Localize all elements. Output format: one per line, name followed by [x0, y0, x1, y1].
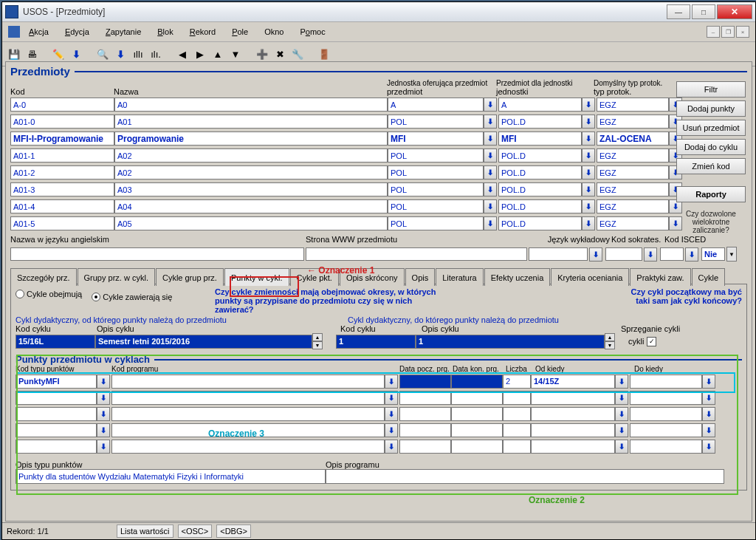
cell-jednostka[interactable]: A: [388, 98, 484, 112]
first-icon[interactable]: ◀: [175, 47, 190, 61]
nazwa-ang-input[interactable]: [10, 247, 304, 261]
save-icon[interactable]: 💾: [7, 47, 21, 61]
cell-typ[interactable]: EGZ: [597, 182, 669, 196]
print-icon[interactable]: 🖶: [24, 47, 39, 61]
up-icon[interactable]: ▲: [210, 47, 225, 61]
cell-data-kon[interactable]: [451, 391, 503, 405]
menu-rekord[interactable]: Rekord: [182, 26, 223, 38]
mdi-minimize[interactable]: –: [707, 26, 720, 38]
opis-cyklu1-value[interactable]: Semestr letni 2015/2016: [95, 335, 312, 349]
cell-jednostka[interactable]: POL: [388, 182, 484, 196]
menu-okno[interactable]: Okno: [257, 26, 291, 38]
cell-data-pocz[interactable]: [399, 423, 451, 437]
raporty-button[interactable]: Raporty: [676, 186, 746, 202]
lookup-button[interactable]: ⬇: [615, 375, 628, 389]
lookup-button[interactable]: ⬇: [97, 423, 110, 437]
cell-kod[interactable]: A01-4: [10, 199, 114, 213]
last-icon[interactable]: ▼: [228, 47, 243, 61]
cell-typ[interactable]: ZAL-OCENA: [597, 131, 669, 146]
lookup-button[interactable]: ⬇: [97, 407, 110, 421]
cell-jednostka[interactable]: POL: [388, 199, 484, 213]
menu-edycja[interactable]: Edycja: [58, 26, 97, 38]
cell-jednostka[interactable]: POL: [388, 148, 484, 163]
lookup-button[interactable]: ⬇: [702, 407, 715, 421]
www-input[interactable]: [306, 247, 527, 261]
lock-icon[interactable]: 🔧: [290, 47, 305, 61]
cell-jednostka[interactable]: MFI: [388, 131, 484, 146]
dodaj-punkty-button[interactable]: Dodaj punkty: [676, 100, 746, 117]
cell-data-pocz[interactable]: [399, 407, 451, 421]
opis-prog-value[interactable]: [326, 469, 724, 484]
next-icon[interactable]: ▶: [193, 47, 207, 61]
cell-do-kiedy[interactable]: [630, 440, 702, 454]
tab-0[interactable]: Szczegóły prz.: [10, 268, 77, 286]
menu-zapytanie[interactable]: Zapytanie: [98, 26, 148, 38]
lookup-button[interactable]: ⬇: [484, 182, 497, 196]
cell-kod-prog[interactable]: [111, 375, 385, 389]
kod-cyklu2-value[interactable]: 1: [336, 335, 416, 349]
add-icon[interactable]: ➕: [255, 47, 269, 61]
cell-kod[interactable]: A01-5: [10, 216, 114, 230]
cell-kod[interactable]: A01-3: [10, 182, 114, 196]
menu-blok[interactable]: Blok: [150, 26, 180, 38]
mdi-close[interactable]: ×: [736, 26, 749, 38]
dodaj-do-cyklu-button[interactable]: Dodaj do cyklu: [676, 139, 746, 155]
cell-liczba[interactable]: [503, 391, 531, 405]
cell-do-kiedy[interactable]: [630, 391, 702, 405]
lookup-button[interactable]: ⬇: [615, 423, 628, 437]
isced-lookup-button[interactable]: ⬇: [685, 247, 698, 262]
cell-liczba[interactable]: [503, 423, 531, 437]
tab-6[interactable]: Opis: [405, 268, 436, 286]
lookup-button[interactable]: ⬇: [484, 165, 497, 180]
jezyk-input[interactable]: [529, 247, 588, 261]
menu-akcja[interactable]: Akcja: [21, 26, 56, 38]
jezyk-lookup-button[interactable]: ⬇: [589, 247, 602, 262]
menu-pole[interactable]: Pole: [224, 26, 255, 38]
cell-nazwa[interactable]: A02: [114, 148, 388, 163]
cell-data-kon[interactable]: [451, 440, 503, 454]
cell-kod-prog[interactable]: [111, 423, 385, 437]
cell-typ[interactable]: EGZ: [597, 216, 669, 230]
cell-data-kon[interactable]: [451, 423, 503, 437]
cell-przedmiot-dla[interactable]: POL.D: [498, 148, 582, 163]
isced-input[interactable]: [660, 247, 684, 261]
lookup-button[interactable]: ⬇: [484, 98, 497, 112]
cell-liczba[interactable]: 2: [503, 375, 531, 389]
cell-kod[interactable]: A01-0: [10, 115, 114, 129]
cell-liczba[interactable]: [503, 407, 531, 421]
cell-kod-typu[interactable]: [16, 423, 97, 437]
lookup-button[interactable]: ⬇: [582, 115, 595, 129]
tab-2[interactable]: Cykle grup prz.: [156, 268, 224, 286]
filtr-button[interactable]: Filtr: [676, 81, 746, 98]
tab-5[interactable]: Opis skrócony: [340, 268, 405, 286]
cell-od-kiedy[interactable]: [531, 391, 615, 405]
lookup-button[interactable]: ⬇: [97, 440, 110, 454]
lookup-button[interactable]: ⬇: [702, 391, 715, 405]
zaliczanie-dropdown-icon[interactable]: ▼: [726, 247, 737, 262]
query-icon[interactable]: 🔍: [95, 47, 110, 61]
down2-icon[interactable]: ⬇: [113, 47, 128, 61]
tab-4[interactable]: Cykle pkt.: [290, 268, 339, 286]
lookup-button[interactable]: ⬇: [484, 148, 497, 163]
cell-typ[interactable]: EGZ: [597, 148, 669, 163]
cell-nazwa[interactable]: A01: [114, 115, 388, 129]
tab-11[interactable]: Cykle: [692, 268, 726, 286]
tab-3[interactable]: Punkty w cykl.: [224, 268, 289, 286]
lookup-button[interactable]: ⬇: [582, 165, 595, 180]
cell-kod-prog[interactable]: [111, 407, 385, 421]
cell-typ[interactable]: EGZ: [597, 199, 669, 213]
cell-data-pocz[interactable]: [399, 391, 451, 405]
zaliczanie-select[interactable]: Nie: [701, 247, 725, 261]
bars2-icon[interactable]: ılı.: [148, 47, 163, 61]
tab-1[interactable]: Grupy prz. w cykl.: [78, 268, 155, 286]
cell-data-kon[interactable]: [451, 407, 503, 421]
sokrates-lookup-button[interactable]: ⬇: [644, 247, 657, 262]
cell-data-kon[interactable]: [451, 375, 503, 389]
cell-od-kiedy[interactable]: [531, 423, 615, 437]
lookup-button[interactable]: ⬇: [582, 131, 595, 146]
cell-przedmiot-dla[interactable]: POL.D: [498, 199, 582, 213]
delete-icon[interactable]: ✖: [272, 47, 287, 61]
lookup-button[interactable]: ⬇: [582, 216, 595, 230]
exit-icon[interactable]: 🚪: [317, 47, 331, 61]
lookup-button[interactable]: ⬇: [582, 182, 595, 196]
